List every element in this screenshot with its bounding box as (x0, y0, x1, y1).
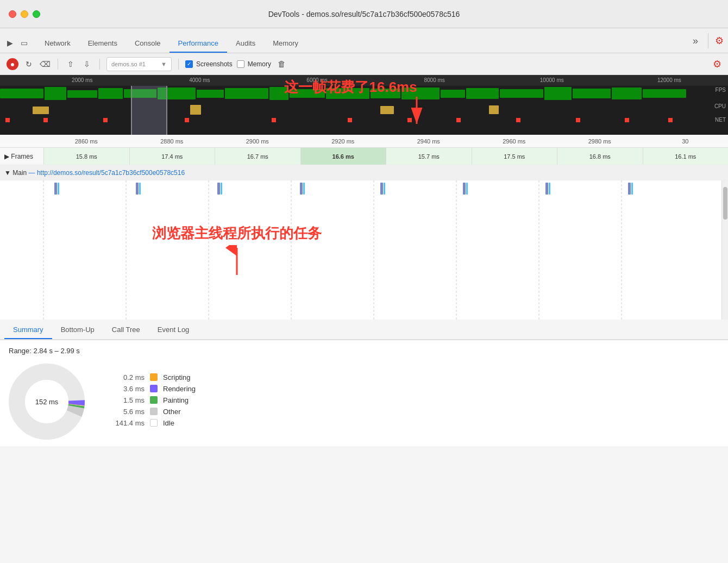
screenshots-label: Screenshots (196, 60, 233, 68)
record-button[interactable]: ● (7, 58, 18, 70)
maximize-button[interactable] (33, 10, 40, 18)
upload-button[interactable]: ⇧ (65, 58, 77, 70)
svg-rect-19 (643, 89, 686, 98)
svg-rect-49 (139, 183, 141, 195)
check-mark: ✓ (187, 61, 191, 67)
minimize-button[interactable] (21, 10, 28, 18)
scripting-swatch (150, 373, 158, 381)
svg-rect-2 (67, 90, 97, 98)
screenshots-checkbox[interactable]: ✓ (185, 60, 193, 68)
tab-memory[interactable]: Memory (264, 35, 307, 53)
tl-ruler-6: 2960 ms (472, 138, 557, 145)
svg-rect-3 (98, 88, 123, 99)
tl-ruler-8: 30 (643, 138, 729, 145)
svg-rect-21 (190, 105, 201, 115)
svg-rect-57 (466, 183, 468, 195)
frame-cell-5[interactable]: 17.5 ms (472, 148, 557, 165)
tab-bottom-up[interactable]: Bottom-Up (52, 321, 103, 339)
legend-table: 0.2 ms Scripting 3.6 ms Rendering 1.5 ms… (106, 373, 196, 430)
svg-rect-5 (158, 87, 196, 99)
overview-panel[interactable]: 2000 ms 4000 ms 6000 ms 8000 ms 10000 ms… (0, 75, 728, 135)
svg-rect-9 (290, 89, 325, 98)
memory-checkbox[interactable] (237, 60, 244, 68)
fps-lane: FPS (0, 86, 728, 102)
download-button[interactable]: ⇩ (81, 58, 93, 70)
svg-rect-24 (5, 118, 10, 122)
frame-cell-3[interactable]: 16.6 ms (300, 148, 386, 165)
frames-row: ▶ Frames 15.8 ms 17.4 ms 16.7 ms 16.6 ms… (0, 148, 728, 165)
rendering-value: 3.6 ms (106, 385, 145, 393)
frame-cell-7[interactable]: 16.1 ms (643, 148, 729, 165)
fps-chart (0, 86, 728, 102)
ruler-mark-3: 6000 ms (258, 77, 375, 83)
tab-console[interactable]: Console (126, 35, 170, 53)
svg-rect-50 (217, 183, 220, 195)
other-swatch (150, 408, 158, 415)
tl-ruler-1: 2860 ms (43, 138, 129, 145)
svg-rect-1 (45, 87, 66, 100)
device-icon[interactable]: ▭ (18, 37, 29, 48)
bottom-tabs: Summary Bottom-Up Call Tree Event Log (0, 320, 728, 340)
selector-dropdown[interactable]: demos.so #1 ▼ (106, 57, 172, 71)
main-tasks-section[interactable]: 浏览器主线程所执行的任务 (0, 180, 728, 320)
svg-rect-31 (456, 118, 461, 122)
frame-cell-0[interactable]: 15.8 ms (43, 148, 129, 165)
svg-rect-48 (136, 183, 139, 195)
reload-button[interactable]: ↻ (23, 58, 35, 70)
svg-rect-14 (466, 88, 499, 99)
clear-button[interactable]: ⌫ (39, 58, 51, 70)
tab-elements[interactable]: Elements (79, 35, 126, 53)
annotation-arrow-up (221, 245, 253, 278)
legend-row-scripting: 0.2 ms Scripting (106, 373, 196, 381)
cpu-chart (0, 102, 728, 116)
tab-performance[interactable]: Performance (170, 35, 227, 53)
scripting-name: Scripting (163, 373, 191, 381)
tab-call-tree[interactable]: Call Tree (103, 321, 149, 339)
window-controls[interactable] (9, 10, 40, 18)
nav-right: » ⚙ (689, 33, 724, 53)
tab-audits[interactable]: Audits (227, 35, 264, 53)
frame-cell-2[interactable]: 16.7 ms (215, 148, 300, 165)
svg-rect-34 (625, 118, 629, 122)
toolbar-separator-1 (58, 59, 58, 70)
cpu-lane: CPU (0, 102, 728, 116)
detail-wrapper: 2860 ms 2880 ms 2900 ms 2920 ms 2940 ms … (0, 135, 728, 320)
scrollbar-thumb[interactable] (723, 187, 727, 220)
frame-cell-4[interactable]: 15.7 ms (386, 148, 472, 165)
svg-rect-60 (628, 183, 631, 195)
svg-rect-20 (33, 107, 49, 114)
svg-rect-29 (348, 118, 352, 122)
overview-ruler: 2000 ms 4000 ms 6000 ms 8000 ms 10000 ms… (0, 75, 728, 86)
svg-rect-11 (371, 89, 400, 98)
vertical-scrollbar[interactable] (721, 180, 728, 320)
settings-icon[interactable]: ⚙ (715, 35, 724, 47)
cursor-icon[interactable]: ▶ (4, 37, 15, 48)
idle-swatch (150, 419, 158, 427)
scripting-value: 0.2 ms (106, 373, 145, 381)
tab-event-log[interactable]: Event Log (149, 321, 198, 339)
delete-button[interactable]: 🗑 (278, 59, 286, 68)
frame-cell-6[interactable]: 16.8 ms (557, 148, 643, 165)
svg-rect-8 (269, 87, 288, 100)
close-button[interactable] (9, 10, 16, 18)
ruler-mark-5: 10000 ms (493, 77, 611, 83)
frames-cells: 15.8 ms 17.4 ms 16.7 ms 16.6 ms 15.7 ms … (43, 148, 728, 165)
svg-rect-18 (612, 87, 642, 99)
tab-network[interactable]: Network (36, 35, 79, 53)
more-tabs-icon[interactable]: » (689, 35, 701, 47)
gear-settings-icon[interactable]: ⚙ (713, 58, 721, 70)
memory-label: Memory (248, 60, 271, 68)
main-thread-url: — http://demos.so/result/5c7a1c7b36cf500… (29, 169, 185, 177)
svg-rect-4 (124, 89, 156, 98)
tl-ruler-3: 2900 ms (215, 138, 300, 145)
frame-cell-1[interactable]: 17.4 ms (129, 148, 215, 165)
svg-rect-47 (58, 183, 59, 195)
toolbar: ● ↻ ⌫ ⇧ ⇩ demos.so #1 ▼ ✓ Screenshots Me… (0, 53, 728, 75)
ruler-mark-1: 2000 ms (23, 77, 141, 83)
idle-name: Idle (163, 419, 174, 427)
svg-rect-15 (500, 89, 543, 98)
svg-rect-56 (463, 183, 466, 195)
svg-rect-0 (0, 89, 43, 98)
frames-label[interactable]: ▶ Frames (0, 153, 43, 160)
tab-summary[interactable]: Summary (4, 321, 52, 339)
